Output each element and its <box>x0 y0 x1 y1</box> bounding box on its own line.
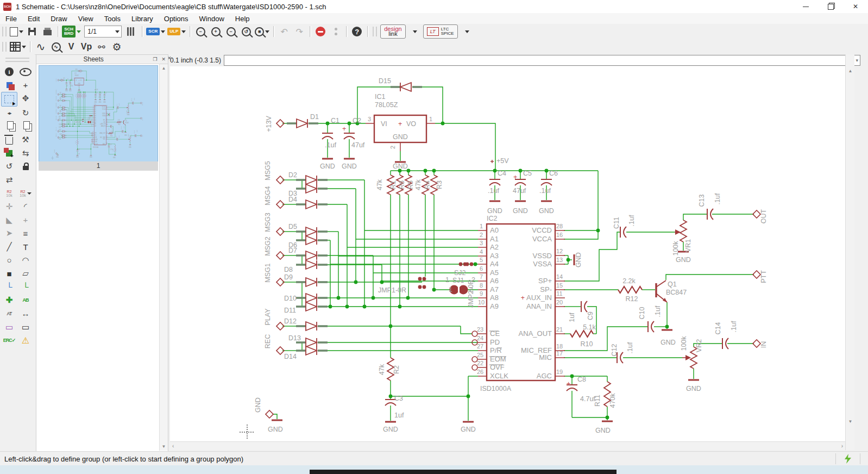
restore-button[interactable] <box>818 0 843 13</box>
split-icon[interactable]: + <box>17 214 34 227</box>
rotate-icon[interactable]: ↻ <box>17 107 34 120</box>
command-input[interactable] <box>224 56 854 65</box>
sheets-scrollbar[interactable]: ▲ ▼ <box>159 64 168 451</box>
print-button[interactable] <box>41 25 54 38</box>
sheet-selector[interactable]: 1/1 <box>84 26 122 38</box>
menu-item-options[interactable]: Options <box>159 14 194 23</box>
text-icon[interactable]: T <box>17 240 34 254</box>
ltc-spice-dropdown[interactable] <box>460 25 473 38</box>
scroll-left-icon[interactable]: ‹ <box>172 443 174 449</box>
scroll-up-icon[interactable]: ▲ <box>846 68 854 73</box>
settings-gear-icon[interactable]: ⚙ <box>110 40 123 53</box>
info-icon[interactable]: i <box>1 65 17 79</box>
library-button[interactable] <box>125 25 138 38</box>
pinswap-icon[interactable]: ⇆ <box>17 147 34 160</box>
layers-icon[interactable] <box>1 79 17 92</box>
float-panel-icon[interactable]: ❐ <box>150 57 159 62</box>
move-icon[interactable]: ✥ <box>17 92 34 105</box>
close-panel-icon[interactable]: ✕ <box>159 57 168 62</box>
gateswap-icon[interactable]: ⇄ <box>1 173 17 187</box>
eye-icon[interactable] <box>17 65 34 79</box>
polygon-icon[interactable]: ▱ <box>17 267 34 280</box>
label-icon[interactable]: AB <box>17 294 34 307</box>
junction-dot <box>348 122 351 126</box>
ltc-spice-button[interactable]: LTLTCSPICE <box>423 24 458 39</box>
redo-button[interactable]: ↷ <box>293 25 306 38</box>
stop-button[interactable] <box>314 25 327 38</box>
menu-item-draw[interactable]: Draw <box>45 14 72 23</box>
zoom-redraw-icon[interactable]: ↺ <box>240 25 253 38</box>
dimension-icon[interactable]: ↔ <box>17 307 34 321</box>
scroll-right-icon[interactable]: › <box>841 443 843 449</box>
undo-button[interactable]: ↶ <box>278 25 291 38</box>
menu-item-edit[interactable]: Edit <box>22 14 45 23</box>
zoom-out-icon[interactable]: − <box>224 25 237 38</box>
scroll-down-icon[interactable]: ▼ <box>846 419 854 424</box>
scroll-up-icon[interactable]: ▲ <box>160 66 168 71</box>
link-nodes-icon[interactable]: ⚯ <box>95 40 108 53</box>
sheet-thumbnail[interactable] <box>39 65 158 162</box>
menu-item-help[interactable]: Help <box>230 14 255 23</box>
zoom-fit-icon[interactable]: − <box>194 25 207 38</box>
arc-icon[interactable]: ◠ <box>17 253 34 267</box>
close-button[interactable]: ✕ <box>843 0 868 13</box>
schematic-canvas[interactable]: +13V+5VMSG5MSG4MSG3MSG2MSG1PLAYRECGNDOUT… <box>170 66 845 441</box>
scroll-down-icon[interactable]: ▼ <box>160 444 168 449</box>
rect-icon[interactable]: ■ <box>1 267 17 280</box>
miter-icon[interactable]: ◜ <box>17 200 34 214</box>
miter2-icon[interactable]: ◣ <box>1 214 17 227</box>
menu-item-view[interactable]: View <box>73 14 99 23</box>
frame2-icon[interactable]: ▭ <box>17 320 34 334</box>
zoom-select-icon[interactable]: ■ <box>255 25 269 38</box>
invoke-icon[interactable]: ➤ <box>1 227 17 240</box>
schematic-label: JMP1-0R <box>378 286 406 294</box>
zoom-in-icon[interactable]: + <box>209 25 222 38</box>
open-button[interactable] <box>10 25 23 38</box>
errors-icon[interactable]: ⚠ <box>17 334 34 347</box>
sheet-number[interactable]: 1 <box>39 161 158 171</box>
group-select-icon[interactable] <box>1 92 17 107</box>
sch-brd-toggle[interactable]: SCHBRD <box>62 25 81 38</box>
add-part-icon[interactable] <box>1 147 17 160</box>
bus-icon[interactable]: └ <box>1 280 17 294</box>
lock-icon[interactable] <box>17 160 34 173</box>
wire-icon[interactable]: ╱ <box>1 240 17 254</box>
replace-icon[interactable]: ↺ <box>1 160 17 173</box>
signal-icon[interactable]: ∿ <box>34 40 47 53</box>
design-link-dropdown[interactable] <box>408 25 421 38</box>
menu-item-file[interactable]: File <box>0 14 22 23</box>
voltage-probe-icon[interactable]: V <box>65 40 78 53</box>
delete-icon[interactable] <box>1 133 17 147</box>
horizontal-scrollbar[interactable]: ‹ › <box>170 441 845 450</box>
circle-icon[interactable]: ○ <box>1 253 17 267</box>
minimize-button[interactable] <box>793 0 818 13</box>
design-link-button[interactable]: designlink <box>380 24 405 39</box>
erc-icon[interactable]: ERC✓ <box>1 334 17 347</box>
frame-icon[interactable]: ▭ <box>1 320 17 334</box>
paste-icon[interactable] <box>17 120 34 133</box>
menu-item-tools[interactable]: Tools <box>99 14 126 23</box>
attribute-icon[interactable]: AT <box>1 307 17 321</box>
ulp-button[interactable]: ULP <box>167 25 186 38</box>
probe-icon[interactable]: ∿ <box>49 40 62 53</box>
net-icon[interactable]: └ <box>17 280 34 294</box>
wrench-icon[interactable]: ⚒ <box>17 133 34 147</box>
voltage-phase-probe-icon[interactable]: Vp <box>80 40 93 53</box>
smash-icon[interactable]: ✛ <box>1 200 17 214</box>
copy-icon[interactable] <box>1 120 17 133</box>
vertical-scrollbar[interactable]: ▲ ▼ <box>845 54 854 450</box>
junction-dot <box>493 169 497 173</box>
script-button[interactable]: SCR <box>146 25 165 38</box>
mirror-icon[interactable]: ◂▸ <box>1 107 17 120</box>
menu-item-library[interactable]: Library <box>126 14 159 23</box>
junction-icon[interactable]: ✚ <box>1 294 17 307</box>
value-icon[interactable]: R210k <box>17 186 34 200</box>
grid-icon[interactable]: + <box>17 79 34 92</box>
name-icon[interactable]: R210k <box>1 186 17 200</box>
help-button[interactable]: ? <box>350 25 363 38</box>
save-button[interactable] <box>26 25 39 38</box>
command-history-dropdown[interactable]: ▾ <box>854 58 860 63</box>
grid-button[interactable] <box>10 40 26 53</box>
ratsnest-icon[interactable]: ≡ <box>17 227 34 240</box>
menu-item-window[interactable]: Window <box>194 14 230 23</box>
